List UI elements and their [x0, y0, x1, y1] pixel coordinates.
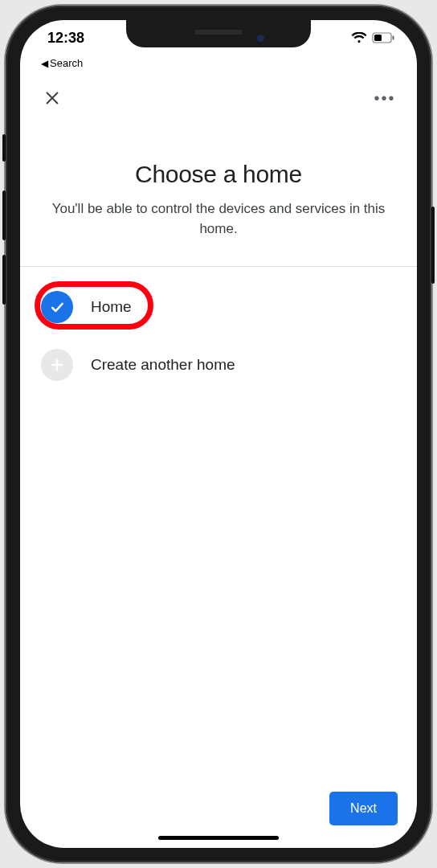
- power-button: [431, 207, 435, 284]
- app-header: •••: [20, 74, 417, 122]
- close-button[interactable]: [36, 82, 68, 114]
- svg-rect-2: [393, 36, 394, 40]
- wifi-icon: [351, 32, 367, 43]
- home-option-home[interactable]: Home: [20, 278, 417, 336]
- home-option-label: Home: [91, 298, 132, 316]
- notch: [126, 20, 311, 47]
- next-button[interactable]: Next: [329, 792, 398, 825]
- svg-rect-1: [374, 35, 382, 41]
- more-horizontal-icon: •••: [374, 89, 395, 108]
- volume-up-button: [2, 190, 6, 240]
- back-app-label: Search: [50, 57, 83, 69]
- plus-icon: [41, 349, 73, 381]
- silence-switch: [2, 134, 6, 162]
- homes-list: Home Create another home: [20, 267, 417, 405]
- home-option-label: Create another home: [91, 356, 235, 374]
- back-to-app[interactable]: ◀ Search: [20, 55, 417, 74]
- phone-screen: 12:38 ◀ Search •••: [20, 20, 417, 848]
- page-title: Choose a home: [44, 161, 393, 188]
- phone-frame: 12:38 ◀ Search •••: [6, 6, 431, 862]
- page-subtitle: You'll be able to control the devices an…: [44, 199, 393, 239]
- home-option-create[interactable]: Create another home: [20, 336, 417, 394]
- battery-icon: [372, 32, 394, 43]
- status-time-block: 12:38: [47, 30, 84, 47]
- more-button[interactable]: •••: [369, 82, 401, 114]
- chevron-left-icon: ◀: [41, 58, 48, 69]
- volume-down-button: [2, 255, 6, 305]
- home-indicator[interactable]: [158, 836, 279, 840]
- check-icon: [41, 291, 73, 323]
- status-time: 12:38: [47, 30, 84, 47]
- close-icon: [43, 89, 61, 107]
- title-block: Choose a home You'll be able to control …: [20, 122, 417, 266]
